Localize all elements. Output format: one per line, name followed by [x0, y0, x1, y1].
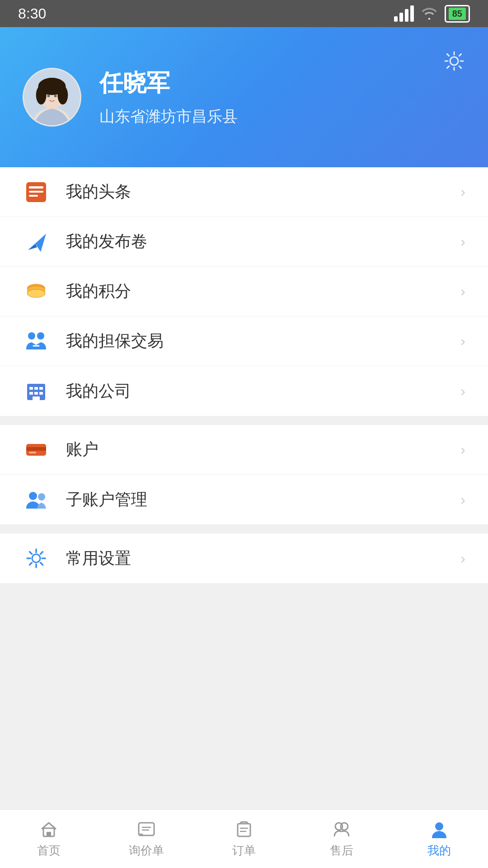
- subaccount-label: 子账户管理: [66, 489, 460, 511]
- menu-item-points[interactable]: 我的积分 ›: [0, 267, 488, 316]
- chevron-icon: ›: [460, 550, 465, 567]
- home-tab-icon: [39, 819, 59, 839]
- signal-icon: [394, 5, 414, 22]
- mine-tab-icon: [429, 819, 449, 839]
- svg-point-33: [29, 492, 37, 500]
- chevron-icon: ›: [460, 184, 465, 200]
- svg-rect-27: [34, 392, 38, 395]
- svg-rect-28: [39, 392, 43, 395]
- menu-section-3: 常用设置 ›: [0, 533, 488, 583]
- menu-item-company[interactable]: 我的公司 ›: [0, 366, 488, 416]
- settings-header-icon[interactable]: [443, 50, 465, 72]
- mine-tab-label: 我的: [427, 843, 451, 859]
- svg-point-9: [450, 57, 458, 65]
- menu-item-guarantee[interactable]: 我的担保交易 ›: [0, 316, 488, 366]
- profile-location: 山东省潍坊市昌乐县: [99, 106, 238, 127]
- svg-rect-13: [29, 195, 38, 197]
- common-settings-icon: [23, 545, 50, 572]
- svg-rect-24: [34, 387, 38, 390]
- svg-point-45: [341, 823, 348, 830]
- menu-item-headlines[interactable]: 我的头条 ›: [0, 167, 488, 217]
- svg-rect-37: [47, 832, 51, 836]
- tab-bar: 首页 询价单 订单: [0, 809, 488, 868]
- svg-point-34: [38, 493, 45, 500]
- menu-item-settings[interactable]: 常用设置 ›: [0, 533, 488, 583]
- avatar[interactable]: [23, 68, 81, 127]
- chevron-icon: ›: [460, 333, 465, 349]
- tab-inquiry[interactable]: 询价单: [98, 819, 195, 859]
- inquiry-tab-label: 询价单: [129, 843, 164, 859]
- svg-point-35: [32, 554, 40, 562]
- svg-rect-29: [33, 396, 40, 400]
- status-icons: 85: [394, 5, 470, 23]
- svg-point-8: [54, 94, 57, 97]
- chevron-icon: ›: [460, 283, 465, 300]
- svg-rect-11: [29, 186, 43, 189]
- settings-label: 常用设置: [66, 547, 460, 570]
- chevron-icon: ›: [460, 441, 465, 458]
- svg-rect-12: [29, 191, 43, 193]
- svg-rect-25: [39, 387, 43, 390]
- menu-section-1: 我的头条 › 我的发布卷 ›: [0, 167, 488, 416]
- points-label: 我的积分: [66, 280, 460, 302]
- aftersale-tab-icon: [332, 819, 352, 839]
- svg-point-46: [435, 822, 443, 830]
- svg-rect-26: [29, 392, 33, 395]
- tab-order[interactable]: 订单: [195, 819, 293, 859]
- tab-aftersale[interactable]: 售后: [293, 819, 390, 859]
- status-time: 8:30: [18, 5, 46, 22]
- chevron-icon: ›: [460, 383, 465, 400]
- order-tab-icon: [234, 819, 254, 839]
- menu-item-subaccount[interactable]: 子账户管理 ›: [0, 475, 488, 524]
- svg-point-6: [57, 85, 68, 104]
- profile-info: 任晓军 山东省潍坊市昌乐县: [99, 67, 238, 127]
- tab-home[interactable]: 首页: [0, 819, 98, 859]
- home-tab-label: 首页: [37, 843, 61, 859]
- svg-rect-38: [139, 823, 154, 835]
- svg-point-21: [37, 332, 44, 340]
- inquiry-tab-icon: [136, 819, 156, 839]
- wifi-icon: [421, 7, 437, 20]
- guarantee-label: 我的担保交易: [66, 330, 460, 352]
- account-label: 账户: [66, 439, 460, 461]
- subaccount-icon: [23, 486, 50, 513]
- menu-item-publish[interactable]: 我的发布卷 ›: [0, 217, 488, 267]
- svg-rect-32: [29, 452, 36, 453]
- company-icon: [23, 377, 50, 405]
- profile-name: 任晓军: [99, 67, 238, 99]
- aftersale-tab-label: 售后: [330, 843, 353, 859]
- svg-point-7: [47, 94, 50, 97]
- menu-section-2: 账户 › 子账户管理 ›: [0, 425, 488, 524]
- svg-rect-31: [26, 447, 46, 451]
- status-bar: 8:30 85: [0, 0, 488, 27]
- headlines-label: 我的头条: [66, 181, 460, 203]
- guarantee-icon: [23, 328, 50, 355]
- chevron-icon: ›: [460, 491, 465, 508]
- publish-icon: [23, 228, 50, 255]
- account-icon: [23, 436, 50, 463]
- svg-point-20: [28, 332, 35, 340]
- svg-point-5: [36, 85, 47, 104]
- tab-mine[interactable]: 我的: [390, 819, 488, 859]
- publish-label: 我的发布卷: [66, 231, 460, 253]
- battery-icon: 85: [445, 5, 470, 23]
- svg-rect-23: [29, 387, 33, 390]
- menu-item-account[interactable]: 账户 ›: [0, 425, 488, 475]
- order-tab-label: 订单: [232, 843, 256, 859]
- profile-header: 任晓军 山东省潍坊市昌乐县: [0, 27, 488, 167]
- points-icon: [23, 278, 50, 305]
- menu-container: 我的头条 › 我的发布卷 ›: [0, 167, 488, 583]
- headlines-icon: [23, 179, 50, 206]
- svg-rect-41: [238, 824, 250, 836]
- company-label: 我的公司: [66, 380, 460, 402]
- chevron-icon: ›: [460, 233, 465, 250]
